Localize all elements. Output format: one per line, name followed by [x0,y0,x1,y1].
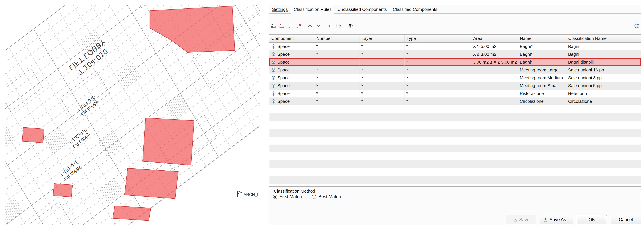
cell-layer: * [360,82,404,90]
ok-button[interactable]: OK [576,215,607,224]
cell-type: * [404,97,471,105]
rule-row[interactable]: Space***X ≤ 3.00 m2Bagni*Bagni [270,50,641,58]
cell-number: * [314,43,360,50]
cell-area [471,97,518,105]
column-header-classification-name[interactable]: Classification Name [566,35,641,43]
empty-row [270,121,641,129]
column-header-component[interactable]: Component [270,35,314,43]
tab-classified-components[interactable]: Classified Components [390,5,440,13]
flag-icon [238,191,242,197]
cell-area [471,82,518,90]
cell-classification: Sale riunioni 8 pp [566,74,641,82]
radio-button-icon [312,195,316,199]
web-help-button[interactable] [633,22,640,29]
classification-method-options: First Match Best Match [272,194,639,199]
cell-area [471,90,518,97]
move-up-icon [307,23,313,29]
save-icon [513,217,518,222]
tab-classification-rules[interactable]: Classification Rules [291,5,334,13]
highlighted-space [113,206,151,221]
classification-method-group: Classification Method First Match Best M… [270,189,640,206]
cell-type: * [404,43,471,50]
rule-row[interactable]: Space***X ≥ 5.00 m2Bagni*Bagni [270,43,641,50]
cell-name: Meeting room Medium [518,74,566,82]
add-group-rule-button[interactable] [286,22,294,29]
cell-number: * [314,74,360,82]
cell-number: * [314,66,360,74]
radio-first-match[interactable]: First Match [273,194,302,199]
cell-name: Ristorazione [518,90,566,97]
dialog-tabs: Settings Classification Rules Unclassifi… [269,5,641,14]
column-header-number[interactable]: Number [314,35,360,43]
cancel-button[interactable]: Cancel [611,215,641,224]
cell-classification: Refettorio [566,90,641,97]
move-down-icon [316,23,321,29]
cell-name: Bagni* [518,43,566,50]
add-rule-icon [270,23,276,29]
button-label: OK [588,217,595,222]
model-viewport[interactable]: T 104-010 LIFT LOBBY Lift Lobby T-103-01… [5,5,260,225]
space-icon [271,91,276,96]
button-label: Save As... [550,217,570,222]
cell-type: * [404,82,471,90]
globe-icon [634,23,640,29]
rule-row[interactable]: Space***Meeting room SmallSale riunioni … [270,82,641,90]
cell-area [471,74,518,82]
cell-type: * [404,50,471,58]
remove-group-rule-icon [296,23,301,29]
move-down-button[interactable] [315,22,322,29]
export-rules-button[interactable] [335,22,342,29]
column-header-type[interactable]: Type [404,35,471,43]
save-as-button[interactable]: Save As... [540,215,573,224]
space-icon [271,83,276,88]
cell-name: Circolazione [518,97,566,105]
cell-name: Bagni* [518,50,566,58]
cell-area [471,66,518,74]
rule-row[interactable]: Space***3.00 m2 ≤ X ≤ 5.00 m2Bagni*Bagni… [270,58,641,66]
highlighted-space [142,118,194,165]
tab-unclassified-components[interactable]: Unclassified Components [335,5,390,13]
rule-row[interactable]: Space***CircolazioneCircolazione [270,97,641,105]
eye-icon [347,23,353,29]
radio-best-match[interactable]: Best Match [312,194,341,199]
button-label: Cancel [619,217,633,222]
space-icon [271,68,276,72]
empty-row [270,168,641,176]
highlighted-space [124,168,178,199]
column-header-layer[interactable]: Layer [360,35,404,43]
save-button[interactable]: Save [506,215,536,224]
cell-area: 3.00 m2 ≤ X ≤ 5.00 m2 [471,58,518,66]
cell-component: Space [270,66,314,74]
column-header-area[interactable]: Area [471,35,518,43]
move-up-button[interactable] [306,22,314,29]
cell-number: * [314,97,360,105]
cell-component: Space [270,82,314,90]
export-rules-icon [336,23,341,29]
cell-component: Space [270,90,314,97]
rule-row[interactable]: Space***Meeting room MediumSale riunioni… [270,74,641,82]
button-label: Save [519,217,530,222]
cell-type: * [404,74,471,82]
cell-area: X ≥ 5.00 m2 [471,43,518,50]
cell-component: Space [270,97,314,105]
highlighted-space [22,127,44,143]
cell-classification: Circolazione [566,97,641,105]
rule-row[interactable]: Space***Meeting room LargeSale riunioni … [270,66,641,74]
cell-layer: * [360,97,404,105]
table-body: Space***X ≥ 5.00 m2Bagni*BagniSpace***X … [270,43,641,187]
rule-row[interactable]: Space***RistorazioneRefettorio [270,90,641,97]
space-icon [271,99,276,104]
highlight-matches-button[interactable] [346,22,354,29]
remove-group-rule-button[interactable] [295,22,302,29]
space-icon [271,76,276,80]
column-header-name[interactable]: Name [518,35,566,43]
remove-rule-icon [279,23,284,29]
cell-component: Space [270,58,314,66]
radio-button-icon [273,195,278,199]
cell-layer: * [360,43,404,50]
add-rule-button[interactable] [270,22,277,29]
cell-classification: Bagni disabili [566,58,641,66]
remove-rule-button[interactable] [278,22,285,29]
import-rules-button[interactable] [326,22,334,29]
tab-settings[interactable]: Settings [269,5,290,13]
